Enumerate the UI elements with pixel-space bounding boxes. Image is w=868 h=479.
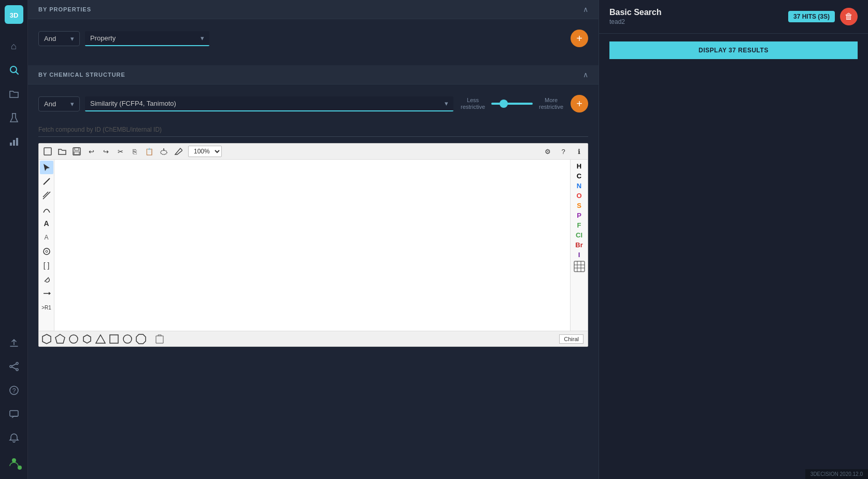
svg-point-25	[44, 248, 50, 255]
sk-help-button[interactable]: ?	[557, 145, 570, 158]
shape-circle[interactable]	[68, 333, 79, 345]
sk-tool-line[interactable]	[40, 189, 53, 202]
similarity-dropdown[interactable]: Similarity (FCFP4, Tanimoto) ▾	[85, 96, 453, 111]
element-O[interactable]: O	[575, 191, 582, 200]
sidebar-item-flask[interactable]	[5, 108, 23, 127]
sk-tool-text-a[interactable]: A	[40, 217, 53, 230]
sidebar-item-chart[interactable]	[5, 132, 23, 151]
shape-octagon[interactable]	[135, 333, 147, 345]
element-F[interactable]: F	[576, 221, 582, 230]
sk-tool-bond[interactable]	[40, 175, 53, 188]
property-select-dropdown[interactable]: Property ▾	[85, 31, 209, 46]
sk-undo-button[interactable]: ↩	[84, 145, 98, 158]
sk-info-button[interactable]: ℹ	[572, 145, 586, 158]
sk-copy-button[interactable]: ⎘	[128, 145, 141, 158]
add-chemical-button[interactable]: +	[571, 95, 588, 112]
add-property-button[interactable]: +	[571, 30, 588, 47]
svg-rect-17	[44, 148, 51, 155]
shape-pentagon[interactable]	[54, 333, 66, 345]
element-P[interactable]: P	[576, 211, 582, 220]
sidebar-item-search[interactable]	[5, 61, 23, 79]
sidebar-item-notifications[interactable]	[5, 429, 23, 447]
properties-filter-row: And ▾ Property ▾ +	[38, 30, 588, 47]
svg-line-3	[16, 72, 18, 75]
slider-thumb[interactable]	[500, 100, 508, 108]
svg-text:?: ?	[12, 387, 16, 395]
delete-search-button[interactable]: 🗑	[840, 8, 858, 25]
chemical-chevron-icon: ∧	[583, 71, 588, 79]
shape-square[interactable]	[108, 333, 120, 345]
slider-track[interactable]	[491, 103, 533, 105]
similarity-row: And ▾ Similarity (FCFP4, Tanimoto) ▾ Les…	[38, 95, 588, 112]
sk-lasso-button[interactable]	[157, 145, 170, 158]
element-table-button[interactable]	[573, 260, 586, 274]
sk-save-button[interactable]	[70, 145, 83, 158]
element-N[interactable]: N	[576, 181, 582, 190]
element-I[interactable]: I	[577, 250, 581, 259]
and-label-properties: And	[44, 35, 56, 43]
svg-point-8	[16, 362, 18, 364]
sk-erase-button[interactable]	[172, 145, 185, 158]
sk-tool-arc[interactable]	[40, 203, 53, 216]
sidebar-item-user[interactable]	[5, 453, 23, 471]
svg-marker-37	[83, 335, 91, 343]
sk-tool-text-b[interactable]: A	[40, 231, 53, 244]
svg-point-21	[161, 150, 167, 154]
search-info-left: Basic Search tead2	[609, 8, 662, 25]
sk-load-mol-button[interactable]	[154, 333, 165, 345]
chemical-section-header[interactable]: BY CHEMICAL STRUCTURE ∧	[28, 65, 599, 84]
sidebar-item-folder[interactable]	[5, 84, 23, 103]
element-Cl[interactable]: Cl	[575, 231, 584, 240]
shape-triangle[interactable]	[95, 333, 106, 345]
svg-rect-39	[110, 335, 118, 343]
sk-open-button[interactable]	[55, 145, 69, 158]
search-target: tead2	[609, 18, 662, 25]
shape-hexagon[interactable]	[41, 333, 52, 345]
sk-new-button[interactable]	[41, 145, 54, 158]
element-H[interactable]: H	[576, 162, 582, 171]
element-S[interactable]: S	[576, 201, 582, 210]
shape-hexagon2[interactable]	[81, 333, 93, 345]
display-results-button[interactable]: DISPLAY 37 RESULTS	[609, 41, 858, 59]
svg-rect-20	[74, 152, 79, 154]
and-select-properties[interactable]: And ▾	[38, 31, 80, 46]
app-logo[interactable]: 3D	[5, 5, 23, 24]
sidebar-item-help[interactable]: ?	[5, 381, 23, 400]
sk-zoom-select[interactable]: 100% 75% 50% 125% 150%	[188, 146, 222, 157]
svg-marker-41	[136, 334, 146, 344]
svg-marker-35	[55, 334, 65, 343]
sk-tool-select[interactable]	[40, 161, 53, 174]
shape-circle2[interactable]	[122, 333, 133, 345]
sk-tool-r-group[interactable]: >R1	[40, 301, 53, 314]
fetch-compound-input[interactable]	[38, 123, 588, 137]
sidebar-item-home[interactable]: ⌂	[5, 37, 23, 55]
sketcher-left-tools: A A [ ]	[39, 160, 54, 331]
svg-text:3D: 3D	[9, 11, 18, 19]
svg-point-36	[69, 335, 78, 343]
sk-tool-bracket[interactable]: [ ]	[40, 259, 53, 272]
svg-line-22	[44, 178, 50, 185]
sk-redo-button[interactable]: ↪	[99, 145, 112, 158]
element-C[interactable]: C	[576, 172, 582, 180]
and-chevron-icon: ▾	[70, 35, 74, 43]
sidebar-item-share[interactable]	[5, 357, 23, 376]
sidebar-item-chat[interactable]	[5, 405, 23, 424]
svg-line-11	[12, 364, 16, 366]
sk-chiral-button[interactable]: Chiral	[559, 334, 584, 344]
sketcher-canvas[interactable]	[54, 160, 570, 331]
sidebar-item-upload[interactable]	[5, 333, 23, 352]
element-Br[interactable]: Br	[574, 241, 584, 249]
properties-chevron-icon: ∧	[583, 5, 588, 13]
sk-tool-arrow[interactable]	[40, 287, 53, 300]
sk-settings-button[interactable]: ⚙	[541, 145, 554, 158]
sk-cut-button[interactable]: ✂	[113, 145, 127, 158]
and-chemical-chevron-icon: ▾	[70, 100, 74, 108]
properties-section-header[interactable]: BY PROPERTIES ∧	[28, 0, 599, 19]
sk-paste-button[interactable]: 📋	[143, 145, 156, 158]
sk-tool-attach[interactable]	[40, 273, 53, 286]
search-panel: BY PROPERTIES ∧ And ▾ Property ▾ + BY CH…	[28, 0, 599, 479]
sk-tool-ring-search[interactable]	[40, 245, 53, 258]
and-select-chemical[interactable]: And ▾	[38, 96, 80, 111]
svg-rect-15	[10, 411, 18, 416]
search-info-right: 37 HITS (3S) 🗑	[788, 8, 858, 25]
